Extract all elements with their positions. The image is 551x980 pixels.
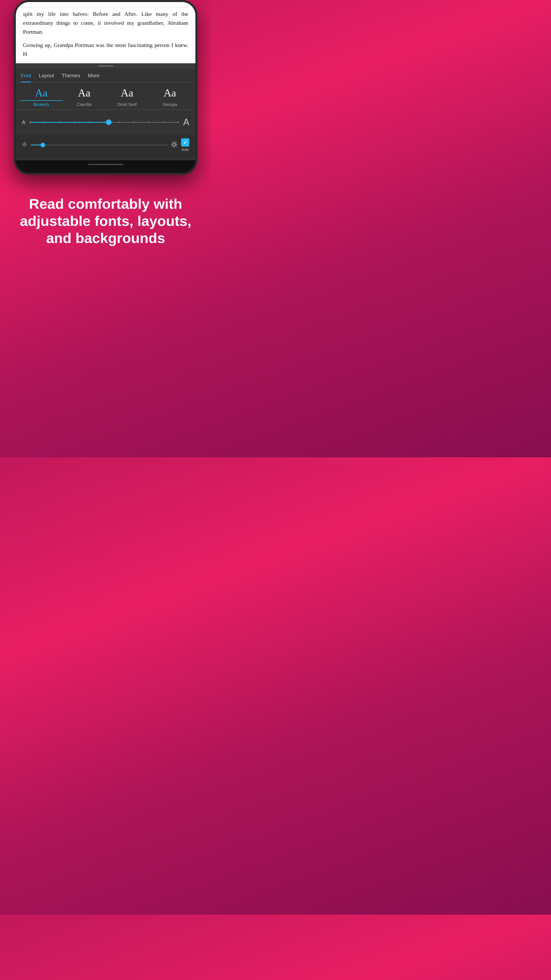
tick-7	[119, 121, 119, 123]
font-option-caecilia-sample: Aa	[78, 88, 91, 98]
tick-6	[104, 121, 105, 123]
brightness-slider-thumb[interactable]	[41, 143, 45, 147]
book-content: split my life into halves: Before and Af…	[16, 2, 195, 63]
font-option-droid-serif[interactable]: Aa Droid Serif	[106, 88, 148, 107]
brightness-row: ✓ Auto	[16, 135, 195, 158]
svg-line-8	[26, 143, 26, 143]
svg-line-16	[172, 146, 173, 146]
svg-line-12	[172, 142, 173, 143]
phone-wrapper: split my life into halves: Before and Af…	[0, 0, 211, 180]
font-options-row: Aa Bookerly Aa Caecilia Aa Droid Serif A…	[16, 83, 195, 110]
font-option-bookerly[interactable]: Aa Bookerly	[20, 88, 63, 107]
checkmark-icon: ✓	[183, 139, 187, 145]
tick-11	[178, 121, 179, 123]
tick-8	[134, 121, 134, 123]
font-size-slider[interactable]	[29, 119, 179, 125]
tick-4	[75, 121, 75, 123]
font-option-georgia-name: Georgia	[163, 102, 177, 107]
font-option-droid-serif-sample: Aa	[121, 88, 133, 98]
auto-brightness-label: Auto	[182, 148, 189, 151]
svg-point-9	[173, 143, 176, 146]
svg-line-3	[23, 143, 24, 143]
font-option-droid-serif-underline	[106, 100, 148, 101]
phone: split my life into halves: Before and Af…	[14, 0, 197, 175]
svg-line-4	[26, 146, 26, 146]
font-option-georgia-underline	[148, 100, 191, 101]
tick-3	[59, 121, 60, 123]
font-option-caecilia[interactable]: Aa Caecilia	[63, 88, 106, 107]
font-option-georgia[interactable]: Aa Georgia	[148, 88, 191, 107]
checkbox-icon: ✓	[181, 138, 189, 146]
font-option-bookerly-sample: Aa	[35, 88, 48, 98]
font-option-bookerly-underline	[20, 100, 63, 101]
book-text-line1: split my life into halves: Before and Af…	[23, 10, 188, 37]
font-size-row: A	[16, 110, 195, 135]
font-option-bookerly-name: Bookerly	[33, 102, 49, 107]
tab-themes[interactable]: Themes	[62, 73, 80, 82]
svg-line-7	[23, 146, 24, 146]
auto-brightness-checkbox[interactable]: ✓ Auto	[181, 138, 189, 151]
tab-more[interactable]: More	[88, 73, 100, 82]
font-option-caecilia-name: Caecilia	[77, 102, 92, 107]
drag-handle-indicator	[98, 65, 113, 67]
font-option-caecilia-underline	[63, 100, 106, 101]
font-size-small-label: A	[22, 119, 25, 125]
marketing-headline: Read comfortably with adjustable fonts, …	[10, 195, 201, 247]
marketing-section: Read comfortably with adjustable fonts, …	[0, 180, 211, 267]
tick-2	[44, 121, 45, 123]
font-option-georgia-sample: Aa	[164, 88, 176, 98]
bottom-panel: Font Layout Themes More Aa Bookerly Aa C…	[16, 68, 195, 160]
tick-5	[89, 121, 90, 123]
phone-bottom-bar	[16, 160, 195, 173]
brightness-icon-small	[22, 142, 27, 148]
tick-9	[148, 121, 149, 123]
brightness-slider[interactable]	[30, 142, 167, 148]
tick-1	[30, 121, 30, 123]
font-size-slider-ticks	[29, 121, 179, 123]
font-size-slider-thumb[interactable]	[106, 119, 111, 125]
font-size-large-label: A	[183, 117, 189, 127]
tab-layout[interactable]: Layout	[39, 73, 54, 82]
drag-handle-bar-container[interactable]	[16, 63, 195, 68]
book-text-line2: Growing up, Grandpa Portman was the most…	[23, 41, 188, 59]
svg-line-17	[176, 142, 176, 143]
brightness-icon-large	[171, 141, 178, 149]
home-indicator	[88, 164, 124, 165]
tab-font[interactable]: Font	[21, 73, 31, 83]
svg-point-0	[24, 144, 25, 145]
tabs-row: Font Layout Themes More	[16, 68, 195, 83]
font-option-droid-serif-name: Droid Serif	[118, 102, 137, 107]
book-text-block: split my life into halves: Before and Af…	[23, 7, 188, 59]
brightness-slider-track	[30, 145, 167, 145]
svg-line-13	[176, 146, 176, 146]
tick-10	[163, 121, 164, 123]
